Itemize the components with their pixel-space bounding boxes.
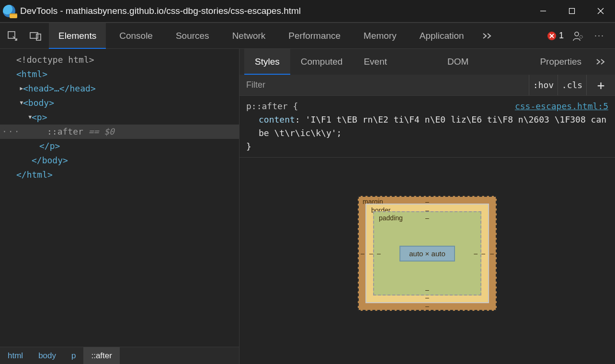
crumb-after[interactable]: ::after [83, 347, 119, 364]
chevron-double-right-icon [482, 33, 493, 39]
error-icon [547, 32, 556, 40]
device-icon [30, 31, 41, 41]
svg-point-9 [575, 32, 579, 36]
styles-sub-tabs: Styles Computed Event Listeners DOM Brea… [239, 49, 615, 75]
tab-application[interactable]: Application [410, 23, 474, 49]
tab-sources[interactable]: Sources [166, 23, 219, 49]
toggle-hover-button[interactable]: :hov [529, 75, 558, 95]
maximize-icon [569, 8, 575, 14]
more-subtabs-button[interactable] [592, 56, 610, 68]
subtab-event-listeners[interactable]: Event Listeners [353, 49, 437, 75]
more-tabs-button[interactable] [478, 30, 498, 42]
collapse-icon[interactable]: ▼ [9, 96, 23, 110]
css-rule-block[interactable]: css-escapes.html:5 p::after { content: '… [239, 96, 615, 158]
new-style-rule-button[interactable]: + [586, 75, 615, 95]
dom-node-body-close[interactable]: </body> [0, 153, 239, 168]
main-tab-strip: Elements Console Sources Network Perform… [0, 23, 615, 49]
inspect-icon [7, 31, 18, 41]
window-titlebar: DevTools - mathiasbynens.github.io/css-d… [0, 0, 615, 23]
maximize-button[interactable] [558, 0, 586, 22]
box-model-margin[interactable]: margin – – – – border – – – – padding – [358, 196, 497, 311]
collapse-icon[interactable]: ▼ [17, 110, 32, 125]
rule-property-value[interactable]: 'I\F1 t\EB rn\E2 ti\F4 n\E0 liz\E6 ti\F8… [259, 114, 606, 138]
breadcrumb: html body p ::after [0, 347, 239, 364]
subtab-computed[interactable]: Computed [290, 49, 353, 75]
svg-point-10 [580, 35, 582, 38]
dom-node-body-open[interactable]: ▼<body> [0, 96, 239, 110]
box-model-diagram-container: margin – – – – border – – – – padding – [239, 158, 615, 364]
dom-tree[interactable]: <!doctype html> <html> ▶<head>…</head> ▼… [0, 49, 239, 347]
tab-performance[interactable]: Performance [279, 23, 350, 49]
toggle-class-button[interactable]: .cls [558, 75, 586, 95]
close-button[interactable] [586, 0, 615, 22]
inspect-element-button[interactable] [3, 23, 22, 49]
dom-node-html-close[interactable]: </html> [0, 168, 239, 182]
subtab-styles[interactable]: Styles [244, 49, 290, 75]
tab-memory[interactable]: Memory [354, 23, 406, 49]
rule-source-link[interactable]: css-escapes.html:5 [515, 100, 608, 113]
box-model-diagram[interactable]: margin – – – – border – – – – padding – [358, 196, 497, 311]
customize-button[interactable]: ··· [592, 31, 607, 41]
styles-filter-bar: :hov .cls + [239, 75, 615, 96]
app-icon [3, 5, 15, 17]
svg-rect-6 [36, 34, 41, 40]
minimize-button[interactable] [529, 0, 558, 22]
box-model-padding[interactable]: padding – – – – auto × auto [373, 211, 481, 296]
minimize-icon [540, 8, 547, 14]
rule-close-brace: } [246, 141, 251, 151]
error-count-value: 1 [559, 31, 564, 41]
tab-network[interactable]: Network [223, 23, 275, 49]
dom-node-html-open[interactable]: <html> [0, 67, 239, 81]
box-model-content[interactable]: auto × auto [399, 246, 455, 262]
styles-filter-input[interactable] [239, 75, 529, 95]
dom-node-doctype[interactable]: <!doctype html> [0, 53, 239, 67]
error-count[interactable]: 1 [547, 31, 564, 41]
close-icon [597, 8, 604, 14]
tab-elements[interactable]: Elements [49, 23, 106, 49]
dom-node-head[interactable]: ▶<head>…</head> [0, 81, 239, 96]
svg-rect-1 [569, 9, 575, 14]
dollar-zero-ref: $0 [104, 126, 114, 136]
crumb-body[interactable]: body [31, 347, 64, 364]
expand-icon[interactable]: ▶ [9, 81, 23, 96]
device-toolbar-button[interactable] [26, 23, 45, 49]
account-icon [572, 31, 583, 41]
dom-node-p-close[interactable]: </p> [0, 139, 239, 153]
window-title: DevTools - mathiasbynens.github.io/css-d… [20, 6, 529, 16]
subtab-dom-breakpoints[interactable]: DOM Breakpoints [437, 49, 529, 75]
account-button[interactable] [570, 23, 585, 49]
dom-node-pseudo-after[interactable]: ::after == $0 [0, 125, 239, 139]
padding-label: padding [379, 214, 403, 222]
tab-console[interactable]: Console [110, 23, 162, 49]
chevron-double-right-icon [596, 58, 606, 65]
rule-property-name[interactable]: content [259, 114, 295, 125]
dom-node-p-open[interactable]: ▼<p> [0, 110, 239, 125]
crumb-p[interactable]: p [64, 347, 83, 364]
elements-panel: <!doctype html> <html> ▶<head>…</head> ▼… [0, 49, 239, 364]
box-model-border[interactable]: border – – – – padding – – – – auto × au… [365, 204, 489, 303]
rule-selector[interactable]: p::after { [246, 101, 298, 111]
subtab-properties[interactable]: Properties [529, 49, 592, 75]
styles-panel: Styles Computed Event Listeners DOM Brea… [239, 49, 615, 364]
crumb-html[interactable]: html [0, 347, 31, 364]
pseudo-element-label: ::after [47, 126, 83, 136]
